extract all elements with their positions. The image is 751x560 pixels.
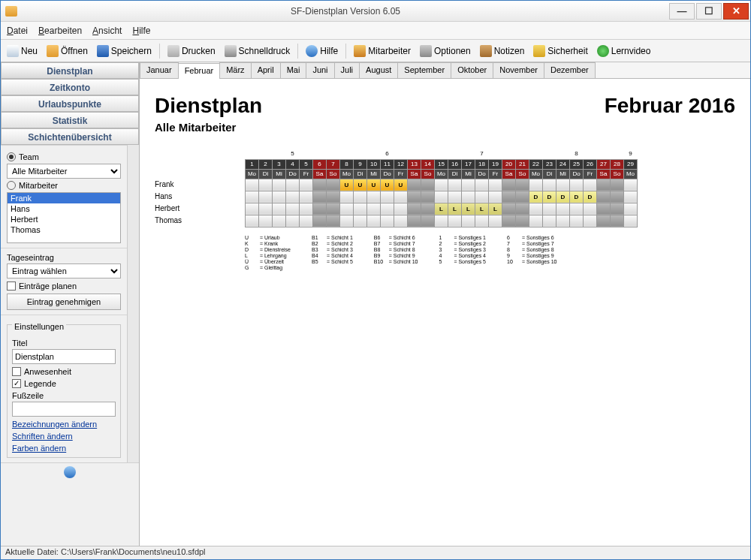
doc-subtitle: Alle Mitarbeiter [155,121,735,134]
tb-hilfe[interactable]: Hilfe [303,44,341,59]
legend-entry: Ü = Überzeit [245,259,291,264]
legend-entry: 4 = Sonstiges 4 [439,253,486,258]
radio-team[interactable]: Team [7,152,121,161]
tageseintrag-select[interactable]: Eintrag wählen [7,263,121,278]
titel-input[interactable] [12,349,116,364]
doc-month: Februar 2016 [605,94,735,118]
link-bezeichnungen[interactable]: Bezeichnungen ändern [12,420,116,429]
legend-entry: L = Lehrgang [245,253,291,258]
titel-label: Titel [12,339,116,348]
nav-zeitkonto[interactable]: Zeitkonto [1,79,139,95]
row-name: Hans [155,191,245,203]
month-tabs: JanuarFebruarMärzAprilMaiJuniJuliAugustS… [140,62,750,79]
legend-entry: U = Urlaub [245,235,291,240]
month-tab-januar[interactable]: Januar [140,62,179,78]
legend-entry: K = Krank [245,241,291,246]
tb-schnelldruck[interactable]: Schnelldruck [222,44,294,59]
legend-entry: B8 = Schicht 8 [374,247,418,252]
link-schriften[interactable]: Schriften ändern [12,432,116,441]
row-name: Thomas [155,215,245,227]
maximize-button[interactable]: ☐ [696,3,722,20]
einstellungen-groupbox-label: Einstellungen [12,322,66,331]
tb-lernvideo[interactable]: Lernvideo [594,44,654,59]
quickprint-icon [225,45,237,57]
list-item[interactable]: Thomas [8,224,120,235]
eintraege-planen-checkbox[interactable]: Einträge planen [7,282,121,291]
legend-entry: B4 = Schicht 4 [312,253,353,258]
radio-team-label: Team [19,152,39,161]
sidebar: DienstplanZeitkontoUrlaubspunkteStatisti… [1,62,140,546]
team-select[interactable]: Alle Mitarbeiter [7,164,121,179]
save-icon [97,45,109,57]
print-icon [167,45,179,57]
fusszeile-input[interactable] [12,402,116,417]
tb-notizen[interactable]: Notizen [477,44,528,59]
legend-entry: B7 = Schicht 7 [374,241,418,246]
nav-schichtenübersicht[interactable]: Schichtenübersicht [1,128,139,145]
legend-entry: 6 = Sonstiges 6 [507,235,556,240]
month-tab-mai[interactable]: Mai [280,62,307,78]
options-icon [420,45,432,57]
lock-icon [533,45,545,57]
tageseintrag-label: Tageseintrag [7,253,121,262]
nav-statistik[interactable]: Statistik [1,112,139,128]
row-name: Frank [155,179,245,191]
employee-listbox[interactable]: FrankHansHerbertThomas [7,192,121,243]
help-icon [306,45,318,57]
content-area: JanuarFebruarMärzAprilMaiJuniJuliAugustS… [140,62,750,546]
tb-sicherheit[interactable]: Sicherheit [530,44,590,59]
tb-optionen[interactable]: Optionen [417,44,474,59]
month-tab-oktober[interactable]: Oktober [451,62,493,78]
legend-entry: 10 = Sonstiges 10 [507,259,556,264]
month-tab-juni[interactable]: Juni [306,62,334,78]
tb-neu[interactable]: Neu [4,44,41,59]
month-tab-märz[interactable]: März [219,62,251,78]
tb-mitarbeiter[interactable]: Mitarbeiter [351,44,414,59]
list-item[interactable]: Hans [8,203,120,214]
legend-entry: B3 = Schicht 3 [312,247,353,252]
month-tab-november[interactable]: November [493,62,544,78]
legende-checkbox[interactable]: ✓ Legende [12,379,116,388]
month-tab-februar[interactable]: Februar [178,63,221,79]
tb-speichern[interactable]: Speichern [94,44,155,59]
eintrag-genehmigen-button[interactable]: Eintrag genehmigen [7,294,121,310]
legend-entry: 8 = Sonstiges 8 [507,247,556,252]
month-tab-juli[interactable]: Juli [334,62,360,78]
tb-oeffnen[interactable]: Öffnen [44,44,91,59]
month-tab-august[interactable]: August [359,62,398,78]
legend-entry: 2 = Sonstiges 2 [439,241,486,246]
fusszeile-label: Fußzeile [12,391,116,400]
legend-entry: B5 = Schicht 5 [312,259,353,264]
menu-hilfe[interactable]: Hilfe [132,26,150,36]
employees-icon [354,45,366,57]
list-item[interactable]: Herbert [8,214,120,224]
radio-mitarbeiter-label: Mitarbeiter [19,181,58,190]
employee-names-column: FrankHansHerbertThomas [155,149,245,227]
close-button[interactable]: ✕ [723,3,749,20]
legend-entry: B10 = Schicht 10 [374,259,418,264]
nav-dienstplan[interactable]: Dienstplan [1,62,139,79]
new-icon [7,45,19,57]
radio-mitarbeiter[interactable]: Mitarbeiter [7,181,121,190]
help-icon[interactable] [64,466,76,478]
legend-entry: B9 = Schicht 9 [374,253,418,258]
menu-bearbeiten[interactable]: Bearbeiten [38,26,82,36]
sidebar-scrollbar[interactable] [127,145,139,462]
schedule-grid[interactable]: 5678912345678910111213141516171819202122… [245,149,638,227]
anwesenheit-checkbox[interactable]: Anwesenheit [12,367,116,376]
list-item[interactable]: Frank [8,193,120,203]
play-icon [597,45,609,57]
month-tab-september[interactable]: September [397,62,451,78]
link-farben[interactable]: Farben ändern [12,444,116,453]
legend-entry: 5 = Sonstiges 5 [439,259,486,264]
nav-urlaubspunkte[interactable]: Urlaubspunkte [1,95,139,112]
minimize-button[interactable]: — [669,3,695,20]
month-tab-dezember[interactable]: Dezember [544,62,596,78]
month-tab-april[interactable]: April [251,62,281,78]
legend-entry: 1 = Sonstiges 1 [439,235,486,240]
legend-block: U = UrlaubK = KrankD = DienstreiseL = Le… [245,235,735,270]
menu-datei[interactable]: Datei [7,26,28,36]
menu-ansicht[interactable]: Ansicht [92,26,122,36]
legend-entry: B2 = Schicht 2 [312,241,353,246]
tb-drucken[interactable]: Drucken [164,44,219,59]
